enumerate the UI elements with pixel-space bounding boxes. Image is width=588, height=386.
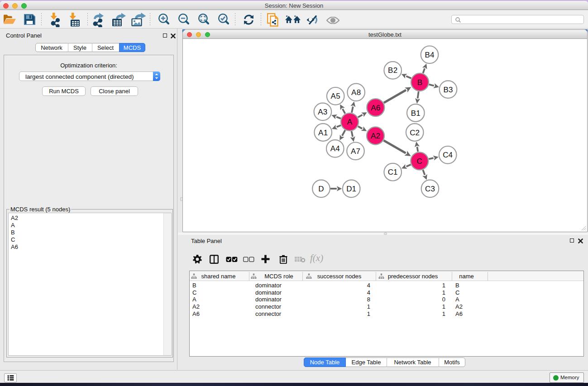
svg-text:A5: A5 [331,92,340,100]
svg-text:B: B [417,78,423,87]
svg-text:A3: A3 [318,108,327,116]
svg-text:B4: B4 [425,51,434,59]
svg-text:C1: C1 [388,168,398,176]
svg-text:A8: A8 [351,88,361,97]
svg-text:C4: C4 [443,151,453,159]
svg-text:B1: B1 [411,109,421,118]
svg-text:A1: A1 [318,129,328,137]
svg-text:C2: C2 [410,129,420,137]
svg-text:A2: A2 [371,132,380,140]
svg-text:B3: B3 [443,86,453,94]
svg-text:A6: A6 [371,104,380,112]
svg-text:D1: D1 [346,185,356,193]
svg-text:A: A [347,118,353,126]
svg-text:A7: A7 [351,147,360,156]
svg-text:C3: C3 [425,185,435,193]
svg-text:C: C [417,157,422,166]
svg-text:A4: A4 [330,144,340,153]
svg-text:D: D [318,185,324,193]
svg-text:B2: B2 [388,66,397,75]
